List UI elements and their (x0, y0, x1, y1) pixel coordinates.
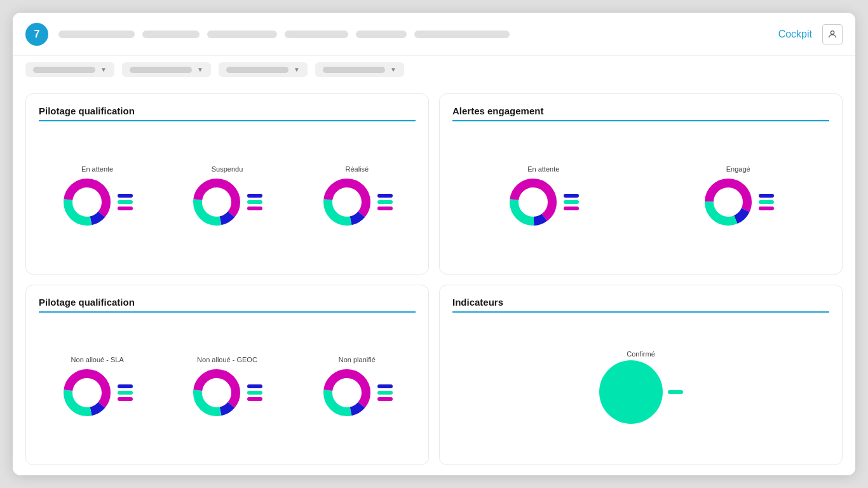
svg-point-5 (74, 189, 100, 215)
filter-pill-3 (226, 67, 288, 73)
chevron-down-icon-1: ▼ (100, 66, 107, 73)
charts-row-pilotage-bottom: Non alloué - SLA (39, 322, 416, 454)
legend-magenta-alertes-1 (564, 207, 579, 210)
nav-pill-2[interactable] (142, 30, 200, 38)
legend-teal-sla (118, 391, 133, 395)
nav-pill-4[interactable] (285, 30, 348, 38)
top-nav: 7 Cockpit (13, 13, 855, 56)
legend-blue-sla (118, 384, 133, 388)
legend-teal-alertes-1 (564, 200, 579, 204)
legend-teal-2 (247, 200, 262, 204)
svg-point-20 (520, 189, 546, 215)
legend-blue-engage (759, 194, 774, 198)
chart-with-legend-alertes-en-attente (508, 177, 579, 227)
filter-pill-1 (33, 67, 95, 73)
chart-label-alertes-en-attente: En attente (527, 165, 559, 173)
cockpit-nav-link[interactable]: Cockpit (778, 29, 812, 40)
chart-item-suspendu: Suspendu (168, 165, 285, 227)
user-avatar[interactable] (822, 24, 843, 44)
chart-item-en-attente: En attente (39, 165, 156, 227)
nav-pill-6[interactable] (414, 30, 510, 38)
card-pilotage-qualification-top: Pilotage qualification En attente (25, 93, 429, 274)
donut-alertes-en-attente (508, 177, 559, 227)
filter-dropdown-4[interactable]: ▼ (315, 62, 404, 77)
card-title-alertes: Alertes engagement (452, 105, 829, 121)
chart-label-suspendu: Suspendu (212, 165, 243, 173)
filter-dropdown-1[interactable]: ▼ (25, 62, 114, 77)
chart-with-legend-en-attente (62, 177, 133, 227)
indicateurs-content: Confirmé (452, 322, 829, 454)
nav-pill-3[interactable] (207, 30, 277, 38)
legend-blue-2 (247, 194, 262, 198)
donut-non-alloue-geoc (191, 367, 242, 418)
donut-non-planifie (322, 367, 372, 418)
chart-label-non-alloue-sla: Non alloué - SLA (71, 356, 124, 363)
donut-suspendu (191, 177, 242, 227)
legend-suspendu (247, 194, 262, 210)
indicateur-confirme: Confirmé (599, 350, 683, 424)
app-logo[interactable]: 7 (25, 23, 48, 46)
chart-with-legend-non-alloue-sla (62, 367, 133, 418)
legend-blue-geoc (247, 384, 262, 388)
legend-non-alloue-sla (118, 384, 133, 401)
main-content: Pilotage qualification En attente (13, 83, 855, 475)
chevron-down-icon-3: ▼ (294, 66, 300, 73)
card-title-pilotage-bottom: Pilotage qualification (39, 297, 416, 313)
chevron-down-icon-2: ▼ (197, 66, 203, 73)
legend-magenta-2 (247, 207, 262, 210)
chart-label-en-attente: En attente (81, 165, 113, 173)
legend-teal-1 (118, 200, 133, 204)
legend-blue-alertes-1 (564, 194, 579, 198)
card-indicateurs: Indicateurs Confirmé (439, 285, 843, 466)
nav-pill-1[interactable] (58, 30, 135, 38)
legend-single-teal (668, 390, 683, 394)
chart-with-legend-realise (322, 177, 393, 227)
chart-with-legend-suspendu (191, 177, 262, 227)
legend-non-alloue-geoc (247, 384, 262, 401)
svg-point-25 (715, 189, 741, 215)
legend-teal-3 (377, 200, 393, 204)
donut-realise (322, 177, 372, 227)
legend-magenta-1 (118, 207, 133, 210)
filter-pill-2 (130, 67, 192, 73)
card-alertes-engagement: Alertes engagement En attente (439, 93, 843, 274)
legend-magenta-planifie (377, 397, 393, 401)
legend-blue-3 (377, 194, 393, 198)
legend-engage (759, 194, 774, 210)
legend-magenta-sla (118, 397, 133, 401)
donut-non-alloue-sla (62, 367, 112, 418)
chart-item-engage: Engagé (648, 165, 830, 227)
indicateur-confirme-label: Confirmé (627, 350, 655, 358)
card-title-pilotage-top: Pilotage qualification (39, 105, 416, 121)
svg-point-30 (74, 380, 100, 405)
legend-teal-engage (759, 200, 774, 204)
legend-magenta-3 (377, 207, 393, 210)
chart-with-legend-non-planifie (322, 367, 393, 418)
chart-item-non-alloue-geoc: Non alloué - GEOC (168, 356, 285, 418)
legend-teal-geoc (247, 391, 262, 395)
nav-items (58, 30, 768, 38)
legend-realise (377, 194, 393, 210)
filter-dropdown-3[interactable]: ▼ (219, 62, 308, 77)
chart-with-legend-non-alloue-geoc (191, 367, 262, 418)
filter-bar: ▼ ▼ ▼ ▼ (13, 56, 855, 83)
nav-pill-5[interactable] (356, 30, 407, 38)
chart-item-realise: Réalisé (299, 165, 416, 227)
card-pilotage-qualification-bottom: Pilotage qualification Non alloué - SLA (25, 285, 429, 466)
chart-label-non-alloue-geoc: Non alloué - GEOC (197, 356, 257, 363)
card-title-indicateurs: Indicateurs (452, 297, 829, 313)
legend-en-attente (118, 194, 133, 210)
svg-point-0 (831, 30, 834, 34)
legend-blue-1 (118, 194, 133, 198)
donut-engage (703, 177, 754, 227)
svg-point-10 (204, 189, 229, 215)
filter-dropdown-2[interactable]: ▼ (122, 62, 211, 77)
legend-teal-planifie (377, 391, 393, 395)
chart-item-non-planifie: Non planifié (299, 356, 416, 418)
app-window: 7 Cockpit ▼ ▼ ▼ (13, 13, 855, 475)
chart-with-legend-engage (703, 177, 774, 227)
chart-label-realise: Réalisé (345, 165, 369, 173)
chart-label-non-planifie: Non planifié (339, 356, 376, 363)
charts-row-pilotage-top: En attente (39, 130, 416, 262)
donut-en-attente (62, 177, 112, 227)
